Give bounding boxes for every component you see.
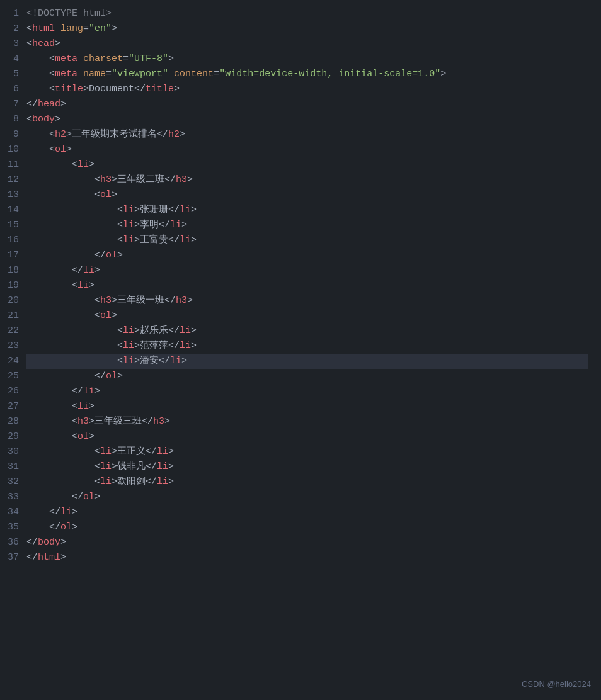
punct-token: </ — [26, 371, 106, 381]
tag-token: ol — [106, 250, 117, 261]
punct-token: > — [191, 325, 197, 336]
punct-token: > — [168, 54, 174, 64]
tag-token: h3 — [100, 295, 112, 306]
punct-token: > — [60, 537, 66, 548]
tag-token: li — [180, 205, 191, 215]
punct-token: </ — [168, 341, 180, 351]
punct-token: = — [123, 54, 129, 64]
tag-token: li — [100, 461, 112, 472]
tag-token: li — [123, 205, 134, 215]
punct-token: > — [134, 235, 140, 246]
tag-token: ol — [100, 310, 112, 321]
punct-token: < — [26, 280, 77, 291]
punct-token: > — [60, 552, 66, 563]
punct-token: > — [181, 220, 187, 230]
line-number: 35 — [5, 520, 19, 535]
tag-token: title — [55, 84, 83, 94]
punct-token: </ — [142, 416, 153, 427]
line-number: 26 — [5, 384, 19, 399]
code-editor: 1234567891011121314151617181920212223242… — [0, 0, 601, 572]
tag-token: h3 — [77, 416, 89, 427]
punct-token: > — [72, 522, 77, 533]
code-line: <ol> — [26, 308, 588, 324]
punct-token: > — [94, 265, 100, 276]
punct-token: > — [66, 129, 72, 140]
code-line: <li>钱非凡</li> — [26, 460, 588, 475]
line-number: 22 — [5, 324, 19, 339]
punct-token: < — [26, 54, 55, 64]
line-number: 4 — [5, 52, 19, 67]
code-line: <meta charset="UTF-8"> — [26, 52, 588, 67]
line-number: 30 — [5, 444, 19, 460]
code-line: <li>张珊珊</li> — [26, 203, 588, 218]
punct-token: > — [55, 38, 60, 49]
line-number: 33 — [5, 490, 19, 505]
punct-token: < — [26, 235, 123, 246]
tag-token: li — [157, 446, 168, 457]
line-number: 1 — [5, 6, 19, 21]
code-line: </ol> — [26, 520, 588, 535]
text-token: 潘安 — [140, 356, 159, 366]
line-number: 31 — [5, 460, 19, 475]
punct-token: </ — [26, 386, 83, 397]
punct-token: > — [134, 341, 140, 351]
punct-token: < — [26, 189, 100, 200]
watermark: CSDN @hello2024 — [522, 678, 591, 691]
punct-token: < — [26, 69, 55, 79]
code-line: <li>赵乐乐</li> — [26, 324, 588, 339]
line-number: 15 — [5, 218, 19, 233]
punct-token: > — [134, 220, 140, 230]
tag-token: li — [77, 280, 89, 291]
tag-token: ol — [77, 431, 89, 442]
text-token: 张珊珊 — [140, 205, 168, 215]
tag-token: li — [100, 446, 112, 457]
punct-token: > — [181, 356, 187, 366]
code-content: <!DOCTYPE html><html lang="en"><head> <m… — [26, 6, 601, 565]
punct-token: > — [112, 23, 117, 34]
line-number: 18 — [5, 263, 19, 278]
code-line: <ol> — [26, 429, 588, 444]
punct-token: </ — [146, 446, 157, 457]
text-token: 三年级一班 — [117, 295, 164, 306]
punct-token: > — [174, 84, 180, 94]
tag-token: ol — [55, 144, 66, 155]
tag-token: li — [123, 356, 134, 366]
doctype-token: <!DOCTYPE html> — [26, 8, 112, 19]
tag-token: li — [170, 220, 181, 230]
text-token: 李明 — [140, 220, 159, 230]
line-number: 29 — [5, 429, 19, 444]
tag-token: li — [83, 265, 94, 276]
line-number: 19 — [5, 278, 19, 293]
punct-token: < — [26, 144, 55, 155]
punct-token: > — [168, 461, 174, 472]
tag-token: li — [157, 477, 168, 487]
tag-token: h2 — [55, 129, 66, 140]
punct-token: > — [112, 174, 117, 185]
code-line: <li>潘安</li> — [26, 354, 588, 369]
text-token: 王正义 — [117, 446, 146, 457]
line-number: 25 — [5, 369, 19, 384]
punct-token: = — [106, 69, 112, 79]
value-token: "en" — [89, 23, 112, 34]
code-line: <title>Document</title> — [26, 82, 588, 97]
punct-token: > — [89, 416, 94, 427]
line-number: 20 — [5, 293, 19, 308]
line-number: 14 — [5, 203, 19, 218]
punct-token: </ — [26, 507, 60, 517]
code-line: </li> — [26, 384, 588, 399]
punct-token: = — [214, 69, 219, 79]
tag-token: html — [38, 552, 60, 563]
tag-token: ol — [106, 371, 117, 381]
punct-token: > — [72, 507, 77, 517]
text-token: 赵乐乐 — [140, 325, 168, 336]
code-line: <!DOCTYPE html> — [26, 6, 588, 21]
punct-token: </ — [164, 174, 176, 185]
line-number: 36 — [5, 535, 19, 550]
code-line: </ol> — [26, 369, 588, 384]
punct-token: > — [89, 401, 94, 412]
punct-token: < — [26, 325, 123, 336]
punct-token — [77, 69, 83, 79]
punct-token: </ — [146, 461, 157, 472]
value-token: "UTF-8" — [129, 54, 168, 64]
punct-token: </ — [164, 295, 176, 306]
